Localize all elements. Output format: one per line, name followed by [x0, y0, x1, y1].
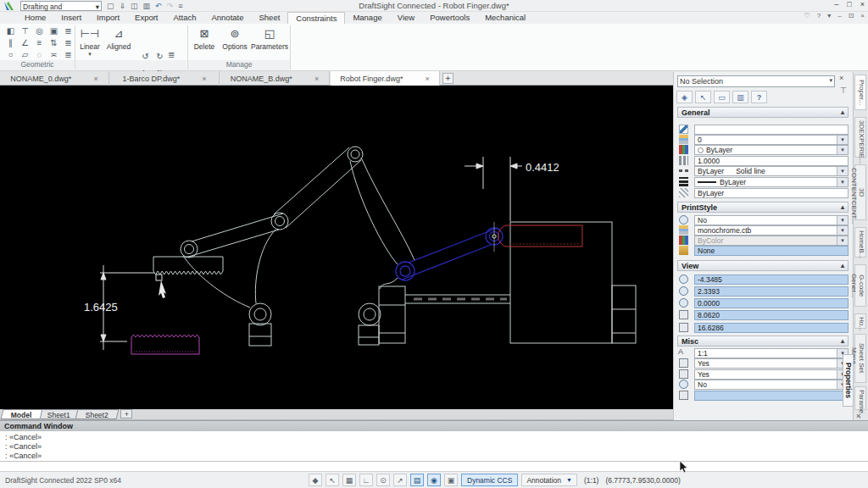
lineweight-toggle-icon[interactable]: ▤: [410, 474, 424, 486]
workspace-selector[interactable]: Drafting and Annotation ▾: [20, 1, 102, 11]
doc-tab-barco[interactable]: 1-Barco DP.dwg* ×: [110, 71, 220, 86]
layer-dropdown[interactable]: 0: [694, 135, 849, 145]
coincident-icon[interactable]: ◧: [3, 25, 18, 37]
tab-import[interactable]: Import: [89, 12, 127, 24]
robot-finger-drawing[interactable]: 1.6425 0.4412: [0, 86, 673, 409]
section-printstyle[interactable]: PrintStyle ▴: [677, 202, 849, 213]
selection-combobox[interactable]: No Selection ▾: [677, 75, 835, 87]
tab-attach[interactable]: Attach: [166, 12, 204, 24]
tab-insert[interactable]: Insert: [53, 12, 89, 24]
doc-restore-button[interactable]: ⊡: [849, 12, 854, 19]
side-tab-home[interactable]: Ho...: [854, 313, 866, 329]
print-dropdown[interactable]: No: [694, 215, 849, 225]
transparency-field[interactable]: ByLayer: [694, 188, 849, 198]
side-tab-properties-mini[interactable]: Proper...: [854, 75, 866, 110]
close-icon[interactable]: ×: [314, 75, 319, 83]
magenta-gripper-pad[interactable]: [131, 335, 199, 354]
print-icon[interactable]: ▥: [143, 2, 151, 10]
gripper-pad-top[interactable]: [153, 257, 223, 271]
printstyle-table-dropdown[interactable]: monochrome.ctb: [694, 225, 849, 236]
side-tab-3dcontentcentral[interactable]: 3D CONTENTCENT...: [854, 164, 866, 220]
horizontal-icon[interactable]: ≡: [32, 37, 47, 49]
aligned-dimension-button[interactable]: ⊿ Aligned: [104, 25, 133, 59]
panel-pin-icon[interactable]: ⊤: [840, 86, 847, 95]
show-constraints-icon[interactable]: ≣: [61, 25, 75, 37]
tab-export[interactable]: Export: [127, 12, 165, 24]
undo-icon[interactable]: ↶: [155, 2, 162, 10]
side-tab-parameters[interactable]: Parame...: [854, 386, 866, 410]
select-entities-icon[interactable]: ◈: [676, 91, 693, 103]
ucs-dropdown[interactable]: Yes: [694, 358, 849, 369]
tab-sheet1[interactable]: Sheet1: [36, 409, 81, 419]
dynamic-ccs-button[interactable]: Dynamic CCS: [461, 474, 518, 486]
tab-home[interactable]: Home: [17, 12, 53, 24]
side-tab-3dexperience[interactable]: 3DEXPERIE...: [854, 117, 866, 158]
hyperlink-field[interactable]: [694, 125, 849, 135]
tab-mechanical[interactable]: Mechanical: [477, 12, 533, 24]
lineweight-dropdown[interactable]: ByLayer: [694, 177, 849, 187]
command-window-header[interactable]: Command Window: [0, 420, 868, 431]
fix-icon[interactable]: ▣: [47, 25, 61, 37]
concentric-icon[interactable]: ◎: [32, 25, 47, 37]
grid-icon[interactable]: ▦: [342, 474, 356, 486]
quick-select-icon[interactable]: ↖: [695, 91, 711, 103]
doc-minimize-button[interactable]: –: [837, 12, 841, 19]
save-icon[interactable]: ◫: [131, 2, 138, 10]
gripper-pad-serration[interactable]: [153, 271, 223, 274]
vertical-icon[interactable]: ⊤: [18, 25, 32, 37]
snap-icon[interactable]: ◆: [309, 474, 322, 486]
collapse-icon[interactable]: ▴: [841, 262, 844, 269]
constraint-options-button[interactable]: ⊚ Options: [220, 25, 249, 59]
linear-dimension-button[interactable]: ⊢⊣ Linear ▾: [75, 25, 104, 59]
doc-tab-nonameb[interactable]: NONAME_B.dwg* ×: [220, 71, 330, 86]
filter-icon[interactable]: ▥: [732, 91, 748, 103]
tangent-icon[interactable]: ○: [3, 49, 18, 61]
tab-manage[interactable]: Manage: [345, 12, 389, 24]
close-button[interactable]: ×: [860, 0, 865, 8]
side-tab-homebyme[interactable]: HomeB...: [854, 227, 866, 258]
help-icon[interactable]: ?: [817, 12, 821, 19]
perpendicular-icon[interactable]: ∠: [18, 37, 32, 49]
linestyle-dropdown[interactable]: ByLayerSolid line: [694, 166, 849, 176]
smooth-icon[interactable]: ▱: [18, 49, 32, 61]
etrack-icon[interactable]: ↗: [393, 474, 407, 486]
section-view[interactable]: View ▴: [677, 260, 849, 271]
section-general[interactable]: General ▴: [677, 107, 849, 118]
qat-more-icon[interactable]: ≡: [178, 2, 182, 10]
linecolor-dropdown[interactable]: ByLayer: [694, 145, 849, 155]
collapse-icon[interactable]: ▴: [841, 203, 844, 211]
close-icon[interactable]: ×: [202, 75, 206, 83]
command-input[interactable]: [0, 462, 868, 471]
drawing-canvas[interactable]: 1.6425 0.4412: [0, 86, 673, 409]
delete-constraints-button[interactable]: ⊠ Delete: [190, 25, 219, 59]
tab-sheet2[interactable]: Sheet2: [75, 409, 119, 419]
ortho-icon[interactable]: ∟: [359, 474, 373, 486]
side-tab-sheet-set-manager[interactable]: Sheet Set Mana...: [854, 334, 866, 383]
horizontal-dimension[interactable]: 0.4412: [465, 157, 559, 221]
parallel-icon[interactable]: ∥: [3, 37, 18, 49]
collinear-icon[interactable]: ◌: [32, 49, 47, 61]
esnap-icon[interactable]: ↖: [326, 474, 339, 486]
dynamic-input-icon[interactable]: ◉: [427, 474, 441, 486]
show-dim-icon[interactable]: ≣: [168, 49, 175, 60]
add-sheet-button[interactable]: +: [120, 409, 132, 419]
section-misc[interactable]: Misc ▴: [677, 336, 849, 347]
close-icon[interactable]: ×: [425, 75, 429, 83]
annotation-scale-dropdown[interactable]: Annotation ▼: [521, 474, 577, 486]
side-tab-properties-active[interactable]: Properties: [843, 354, 854, 407]
feedback-icon[interactable]: ♡: [804, 12, 810, 19]
collapse-icon[interactable]: ▴: [841, 108, 844, 116]
collapse-icon[interactable]: ▴: [841, 337, 844, 345]
command-window-history[interactable]: : «Cancel» : «Cancel» : «Cancel»: [0, 431, 868, 462]
ucs-origin-dropdown[interactable]: Yes: [694, 369, 849, 380]
hide-all-icon[interactable]: ≣: [61, 49, 75, 61]
tab-sheet[interactable]: Sheet: [252, 12, 288, 24]
side-tab-gcode-generator[interactable]: G-code Gener...: [854, 264, 866, 307]
panel-close-icon[interactable]: ×: [839, 74, 843, 82]
redo-icon[interactable]: ↷: [167, 2, 174, 10]
strip-close-icon[interactable]: ×: [856, 412, 860, 420]
polar-icon[interactable]: ⊙: [376, 474, 390, 486]
new-tab-button[interactable]: +: [442, 73, 453, 84]
show-all-icon[interactable]: ≣: [61, 37, 75, 49]
ccs-icon[interactable]: ▣: [444, 474, 458, 486]
